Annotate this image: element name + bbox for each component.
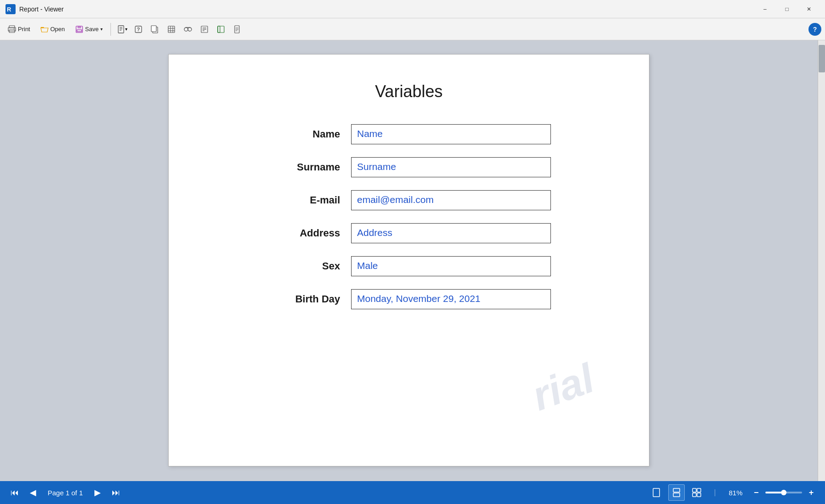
page-title: Variables [205, 82, 612, 101]
field-address: Address [351, 223, 551, 243]
svg-rect-37 [673, 488, 680, 492]
text-button[interactable] [197, 22, 212, 37]
zoom-level: 81% [729, 489, 742, 497]
svg-text:?: ? [137, 27, 140, 32]
search-button[interactable] [181, 22, 195, 37]
form-row-sex: Sex Male [267, 256, 551, 276]
single-page-icon [651, 488, 661, 498]
help-label: ? [813, 26, 817, 33]
zoom-slider[interactable] [765, 492, 802, 493]
toolbar-sep-1 [110, 23, 111, 36]
form-row-name: Name Name [267, 124, 551, 144]
binoculars-icon [184, 25, 192, 33]
svg-text:R: R [7, 6, 11, 13]
doc2-icon [233, 25, 242, 33]
form-table: Name Name Surname Surname E-mail email@e… [267, 124, 551, 309]
svg-rect-10 [118, 26, 124, 33]
grid-view-icon [692, 488, 702, 498]
label-sex: Sex [267, 260, 340, 272]
nav-last-button[interactable]: ⏭ [109, 485, 123, 500]
label-name: Name [267, 128, 340, 140]
svg-rect-42 [697, 493, 701, 497]
zoom-in-button[interactable]: + [805, 486, 818, 499]
svg-rect-41 [693, 493, 696, 497]
svg-point-5 [14, 28, 15, 29]
print-icon [8, 25, 16, 33]
scrollbar-thumb[interactable] [819, 45, 825, 72]
label-surname: Surname [267, 161, 340, 173]
field-birthday: Monday, November 29, 2021 [351, 289, 551, 309]
svg-rect-30 [218, 26, 224, 33]
copy-icon [151, 25, 159, 33]
grid-button[interactable] [164, 22, 179, 37]
window-controls: – □ ✕ [754, 2, 820, 16]
field-name: Name [351, 124, 551, 144]
scrollbar[interactable] [818, 40, 825, 481]
svg-rect-39 [693, 488, 696, 492]
zoom-out-button[interactable]: − [750, 486, 763, 499]
title-bar: R Report - Viewer – □ ✕ [0, 0, 825, 18]
continuous-view-button[interactable] [668, 484, 685, 501]
open-button[interactable]: Open [36, 23, 69, 36]
document-area: Variables Name Name Surname Surname E-ma… [0, 40, 818, 481]
close-button[interactable]: ✕ [798, 2, 820, 16]
svg-rect-38 [673, 493, 680, 497]
panel-button[interactable] [214, 22, 228, 37]
save-icon [75, 25, 83, 33]
page-button[interactable]: ▾ [115, 22, 129, 37]
main-area: Variables Name Name Surname Surname E-ma… [0, 40, 825, 481]
label-address: Address [267, 227, 340, 239]
app-icon: R [6, 4, 16, 14]
help-button[interactable]: ? [808, 23, 821, 36]
svg-rect-8 [77, 26, 81, 28]
help-icon-btn[interactable]: ? [131, 22, 146, 37]
panel-icon [217, 25, 225, 33]
save-dropdown-arrow: ▾ [100, 27, 103, 32]
label-email: E-mail [267, 194, 340, 206]
status-bar: ⏮ ◀ Page 1 of 1 ▶ ⏭ | 81% − + [0, 481, 825, 504]
form-row-address: Address Address [267, 223, 551, 243]
zoom-slider-thumb [781, 490, 786, 495]
toolbar: Print Open Save ▾ ▾ ? [0, 18, 825, 40]
minimize-button[interactable]: – [754, 2, 776, 16]
title-bar-left: R Report - Viewer [6, 4, 64, 14]
nav-first-button[interactable]: ⏮ [7, 485, 22, 500]
text-icon [200, 25, 209, 33]
field-sex: Male [351, 256, 551, 276]
print-button[interactable]: Print [4, 23, 34, 36]
form-row-surname: Surname Surname [267, 157, 551, 177]
svg-rect-36 [653, 488, 660, 497]
continuous-view-icon [671, 488, 682, 498]
copy-button[interactable] [148, 22, 162, 37]
report-page: Variables Name Name Surname Surname E-ma… [168, 54, 649, 466]
nav-next-button[interactable]: ▶ [90, 485, 105, 500]
maximize-button[interactable]: □ [776, 2, 798, 16]
form-row-birthday: Birth Day Monday, November 29, 2021 [267, 289, 551, 309]
window-title: Report - Viewer [19, 5, 64, 13]
svg-rect-18 [168, 26, 175, 33]
open-icon [40, 25, 49, 33]
svg-point-23 [184, 27, 188, 31]
svg-rect-9 [77, 30, 82, 32]
page-dropdown-arrow: ▾ [125, 27, 127, 32]
svg-rect-40 [697, 488, 701, 492]
save-button[interactable]: Save ▾ [71, 23, 107, 36]
question-icon: ? [134, 25, 143, 33]
nav-prev-button[interactable]: ◀ [26, 485, 40, 500]
single-page-view-button[interactable] [648, 484, 665, 501]
svg-rect-17 [151, 26, 156, 32]
zoom-slider-container: − + [750, 486, 818, 499]
print-label: Print [18, 26, 30, 33]
label-birthday: Birth Day [267, 293, 340, 305]
field-surname: Surname [351, 157, 551, 177]
grid-view-button[interactable] [688, 484, 705, 501]
doc2-button[interactable] [230, 22, 245, 37]
watermark: rial [526, 355, 600, 420]
form-row-email: E-mail email@email.com [267, 190, 551, 210]
save-label: Save [85, 26, 99, 33]
grid-icon [167, 25, 176, 33]
svg-point-24 [188, 27, 192, 31]
svg-rect-31 [218, 26, 220, 33]
page-info: Page 1 of 1 [48, 489, 83, 497]
open-label: Open [50, 26, 65, 33]
